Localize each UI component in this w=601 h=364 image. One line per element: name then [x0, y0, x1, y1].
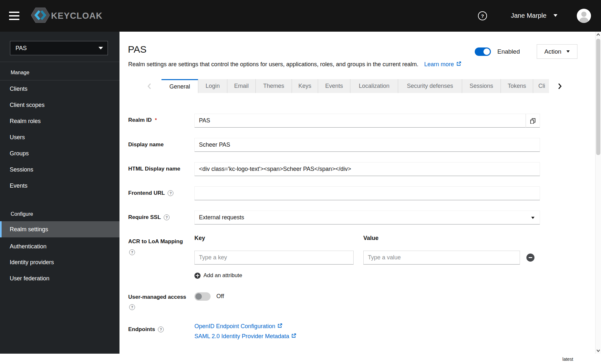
user-managed-access-state: Off	[216, 293, 224, 300]
hamburger-menu-icon[interactable]	[9, 11, 21, 21]
sidebar-item-groups[interactable]: Groups	[0, 145, 119, 161]
tab-general[interactable]: General	[161, 79, 198, 93]
action-dropdown-button[interactable]: Action	[537, 44, 577, 59]
user-name: Jane Marple	[511, 12, 546, 19]
saml-metadata-label: SAML 2.0 Identity Provider Metadata	[194, 333, 289, 340]
keycloak-admin-console: KEYCLOAK ? Jane Marple PAS Manage Client…	[0, 0, 601, 364]
tabs-scroll-right-button[interactable]	[554, 79, 566, 93]
chevron-left-icon	[147, 83, 151, 89]
sidebar-item-client-scopes[interactable]: Client scopes	[0, 97, 119, 113]
tab-client-policies-clipped[interactable]: Cli	[533, 79, 549, 93]
display-name-label: Display name	[128, 141, 164, 148]
require-ssl-label-row: Require SSL ?	[128, 213, 170, 221]
scroll-down-arrow-icon[interactable]	[596, 348, 601, 354]
learn-more-label: Learn more	[424, 61, 454, 68]
minus-circle-icon	[529, 257, 532, 258]
tab-security-defenses[interactable]: Security defenses	[398, 79, 462, 93]
tabs-scroll-left-button[interactable]	[143, 79, 155, 93]
acr-key-input[interactable]	[194, 251, 354, 265]
tab-events[interactable]: Events	[318, 79, 350, 93]
tab-tokens[interactable]: Tokens	[501, 79, 533, 93]
sidebar-item-user-federation[interactable]: User federation	[0, 270, 119, 286]
nav-group-manage: Manage	[11, 68, 29, 77]
user-managed-access-label-row: User-managed access	[128, 293, 186, 301]
endpoints-label-row: Endpoints ?	[128, 326, 164, 333]
page-description-row: Realm settings are settings that control…	[128, 61, 461, 68]
sidebar: PAS Manage Clients Client scopes Realm r…	[0, 32, 119, 354]
openid-endpoint-label: OpenID Endpoint Configuration	[194, 323, 275, 330]
help-circle-icon[interactable]: ?	[129, 249, 135, 255]
required-asterisk: *	[155, 117, 157, 122]
acr-mapping-label-row: ACR to LoA Mapping	[128, 238, 183, 245]
display-name-input[interactable]	[194, 138, 540, 152]
status-bar: latest	[0, 354, 601, 364]
realm-selector-value: PAS	[16, 45, 27, 52]
chevron-right-icon	[558, 83, 562, 89]
tab-email[interactable]: Email	[227, 79, 256, 93]
divider	[0, 62, 119, 62]
keycloak-logo[interactable]: KEYCLOAK	[31, 7, 103, 24]
realm-selector[interactable]: PAS	[10, 41, 108, 55]
html-display-name-label: HTML Display name	[128, 166, 180, 172]
brand-text: KEYCLOAK	[51, 11, 103, 21]
require-ssl-value: External requests	[199, 214, 244, 221]
tab-login[interactable]: Login	[198, 79, 227, 93]
plus-circle-icon	[194, 273, 201, 279]
help-circle-icon[interactable]: ?	[129, 304, 135, 310]
learn-more-link[interactable]: Learn more	[424, 61, 461, 68]
sidebar-item-authentication[interactable]: Authentication	[0, 238, 119, 255]
realm-id-label-row: Realm ID *	[128, 116, 157, 124]
sidebar-item-realm-settings[interactable]: Realm settings	[0, 221, 119, 237]
page-description: Realm settings are settings that control…	[128, 61, 418, 68]
remove-attribute-button[interactable]	[526, 254, 534, 262]
help-circle-icon[interactable]: ?	[168, 190, 173, 196]
add-attribute-label: Add an attribute	[203, 272, 242, 279]
sidebar-item-events[interactable]: Events	[0, 178, 119, 194]
require-ssl-select[interactable]: External requests	[194, 211, 540, 224]
action-label: Action	[544, 48, 562, 55]
user-managed-access-toggle[interactable]	[194, 292, 211, 301]
avatar[interactable]	[577, 9, 591, 23]
html-display-name-input[interactable]	[194, 162, 540, 176]
tab-themes[interactable]: Themes	[256, 79, 292, 93]
masthead: KEYCLOAK ? Jane Marple	[0, 0, 601, 32]
openid-endpoint-link[interactable]: OpenID Endpoint Configuration	[194, 323, 283, 330]
user-menu[interactable]: Jane Marple	[511, 11, 557, 20]
acr-value-input[interactable]	[363, 251, 520, 265]
scrollbar-thumb[interactable]	[596, 39, 600, 155]
sidebar-item-clients[interactable]: Clients	[0, 81, 119, 97]
enabled-toggle[interactable]	[475, 47, 491, 56]
sidebar-item-sessions[interactable]: Sessions	[0, 161, 119, 178]
sidebar-item-identity-providers[interactable]: Identity providers	[0, 254, 119, 270]
saml-metadata-link[interactable]: SAML 2.0 Identity Provider Metadata	[194, 333, 296, 340]
acr-key-header: Key	[194, 235, 205, 242]
scroll-up-arrow-icon[interactable]	[596, 32, 601, 37]
version-label: latest	[563, 357, 573, 362]
user-managed-access-label: User-managed access	[128, 294, 186, 300]
frontend-url-input[interactable]	[194, 186, 540, 200]
help-circle-icon[interactable]: ?	[158, 327, 164, 332]
acr-value-header: Value	[363, 235, 378, 242]
help-circle-icon[interactable]: ?	[164, 214, 170, 220]
realm-id-input[interactable]	[194, 114, 526, 128]
chevron-down-icon	[98, 47, 103, 49]
html-display-name-label-row: HTML Display name	[128, 165, 180, 173]
help-icon[interactable]: ?	[478, 11, 487, 20]
sidebar-item-users[interactable]: Users	[0, 129, 119, 145]
keycloak-logo-icon	[31, 7, 50, 25]
display-name-label-row: Display name	[128, 141, 164, 149]
add-attribute-button[interactable]: Add an attribute	[194, 272, 242, 279]
vertical-scrollbar[interactable]	[595, 32, 601, 354]
tab-keys[interactable]: Keys	[292, 79, 318, 93]
copy-button[interactable]	[526, 114, 540, 128]
endpoints-label: Endpoints	[128, 326, 155, 333]
page-title: PAS	[128, 44, 147, 55]
require-ssl-label: Require SSL	[128, 214, 161, 221]
chevron-down-icon	[554, 14, 557, 17]
nav-group-configure: Configure	[11, 210, 33, 218]
sidebar-item-realm-roles[interactable]: Realm roles	[0, 113, 119, 129]
tab-sessions[interactable]: Sessions	[462, 79, 501, 93]
realm-id-label: Realm ID	[128, 117, 152, 123]
external-link-icon	[291, 333, 296, 340]
tab-localization[interactable]: Localization	[350, 79, 398, 93]
